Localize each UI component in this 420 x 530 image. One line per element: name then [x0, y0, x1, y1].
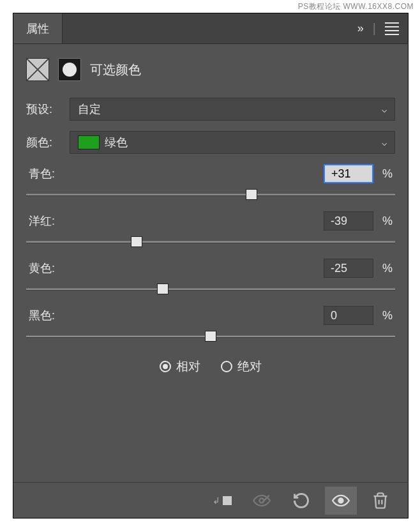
magenta-slider-thumb[interactable]: [131, 236, 142, 247]
clip-to-layer-button[interactable]: ↲: [206, 487, 238, 515]
radio-icon: [221, 361, 232, 372]
yellow-label: 黄色:: [29, 261, 79, 276]
cyan-slider-thumb[interactable]: [246, 189, 257, 200]
panel-footer: ↲: [13, 482, 408, 518]
view-previous-button[interactable]: [246, 487, 278, 515]
method-radios: 相对 绝对: [26, 358, 395, 375]
watermark-text: PS教程论坛 WWW.16XX8.COM: [298, 1, 414, 12]
yellow-input[interactable]: -25: [324, 259, 373, 278]
color-label: 颜色:: [26, 135, 62, 150]
panel-content: 可选颜色 预设: 自定 ⌵ 颜色: 绿色 ⌵ 青色: +31: [13, 44, 408, 482]
magenta-slider-track[interactable]: [26, 237, 395, 252]
layer-mask-icon[interactable]: [58, 58, 81, 81]
black-input[interactable]: 0: [324, 306, 373, 325]
yellow-slider-thumb[interactable]: [157, 284, 169, 294]
color-row: 颜色: 绿色 ⌵: [26, 131, 395, 154]
svg-point-2: [339, 498, 343, 503]
properties-tab[interactable]: 属性: [13, 13, 63, 43]
magenta-slider-block: 洋红: -39 %: [26, 211, 395, 252]
cyan-slider-track[interactable]: [26, 190, 395, 205]
tabbar-spacer: [63, 13, 349, 43]
tabbar-controls: » |: [349, 13, 408, 43]
percent-sign: %: [382, 262, 393, 275]
panel-menu-icon[interactable]: [385, 22, 399, 35]
chevron-down-icon: ⌵: [382, 104, 387, 114]
chevron-down-icon: ⌵: [382, 137, 387, 148]
adjustment-header: 可选颜色: [26, 58, 395, 81]
color-dropdown[interactable]: 绿色 ⌵: [70, 131, 395, 154]
absolute-label: 绝对: [237, 358, 262, 375]
delete-button[interactable]: [364, 487, 396, 515]
preset-value: 自定: [78, 102, 101, 117]
percent-sign: %: [382, 309, 393, 322]
preset-row: 预设: 自定 ⌵: [26, 98, 395, 121]
black-label: 黑色:: [29, 308, 79, 323]
yellow-slider-block: 黄色: -25 %: [26, 259, 395, 299]
relative-label: 相对: [176, 358, 200, 375]
reset-button[interactable]: [285, 487, 317, 515]
relative-radio[interactable]: 相对: [160, 358, 200, 375]
preset-label: 预设:: [26, 102, 62, 117]
selective-color-icon[interactable]: [26, 58, 49, 81]
cyan-input[interactable]: +31: [324, 164, 373, 183]
yellow-slider-track[interactable]: [26, 284, 395, 299]
black-slider-thumb[interactable]: [205, 331, 216, 342]
sliders-area: 青色: +31 % 洋红: -39 %: [26, 164, 395, 347]
adjustment-title: 可选颜色: [90, 61, 141, 79]
absolute-radio[interactable]: 绝对: [221, 358, 262, 375]
color-value: 绿色: [105, 135, 128, 150]
radio-icon: [160, 361, 171, 372]
magenta-label: 洋红:: [29, 213, 79, 229]
black-slider-block: 黑色: 0 %: [26, 306, 395, 347]
properties-panel: 属性 » | 可选颜色 预设: 自定 ⌵ 颜色: 绿色 ⌵: [13, 13, 409, 519]
black-slider-track[interactable]: [26, 331, 395, 347]
preset-dropdown[interactable]: 自定 ⌵: [70, 98, 395, 121]
cyan-label: 青色:: [29, 166, 79, 181]
toggle-visibility-button[interactable]: [325, 487, 357, 515]
separator: |: [373, 21, 376, 36]
percent-sign: %: [382, 215, 393, 228]
color-swatch: [78, 135, 100, 149]
collapse-icon[interactable]: »: [357, 22, 364, 35]
magenta-input[interactable]: -39: [324, 211, 373, 231]
panel-tabbar: 属性 » |: [13, 13, 408, 44]
cyan-slider-block: 青色: +31 %: [26, 164, 395, 205]
percent-sign: %: [382, 167, 393, 181]
